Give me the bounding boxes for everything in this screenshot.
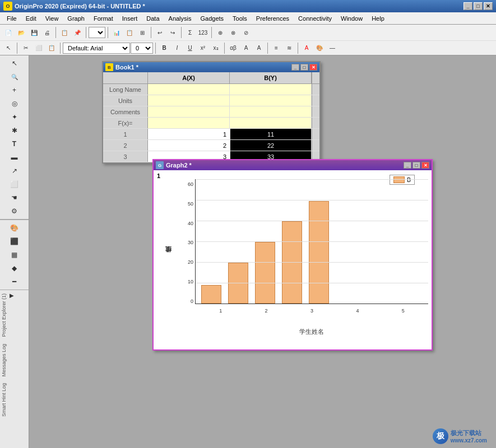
graph-close[interactable]: ✕	[421, 162, 429, 169]
bar-1[interactable]	[201, 285, 221, 304]
cell-a-fx[interactable]	[148, 118, 230, 128]
fill-btn2[interactable]: ⬛	[8, 235, 21, 248]
settings-tool[interactable]: ⚙	[8, 205, 21, 217]
open-btn[interactable]: 📂	[15, 26, 27, 39]
fill-btn[interactable]: 🎨	[313, 42, 326, 54]
expand-arrow[interactable]: ▶	[10, 292, 14, 298]
book-window[interactable]: B Book1 * _ □ ✕ A(X) B(Y) Long Na	[102, 61, 321, 164]
pan-tool[interactable]: +	[8, 84, 21, 96]
cell-b-fx[interactable]	[230, 118, 312, 128]
sb6[interactable]	[312, 140, 319, 151]
extra-btn3[interactable]: ⊘	[240, 26, 252, 39]
sb2[interactable]	[312, 95, 319, 106]
table-btn[interactable]: 📋	[123, 26, 136, 39]
graph-window[interactable]: G Graph2 * _ □ ✕ 1 B	[152, 159, 433, 351]
bar-3[interactable]	[255, 242, 275, 304]
line-btn2[interactable]: ━	[8, 276, 21, 288]
menu-analysis[interactable]: Analysis	[164, 12, 196, 24]
col-header-a[interactable]: A(X)	[148, 72, 230, 83]
menu-help[interactable]: Help	[367, 12, 389, 24]
maximize-btn[interactable]: □	[474, 2, 483, 10]
zoom-dropdown[interactable]: 100%	[89, 27, 105, 38]
cell-a-1[interactable]: 1	[148, 129, 230, 139]
extra-btn2[interactable]: ⊗	[227, 26, 239, 39]
messages-log-label[interactable]: Messages Log	[0, 343, 8, 378]
save-btn[interactable]: 💾	[28, 26, 40, 39]
cut-btn[interactable]: ✂	[20, 42, 32, 54]
book-maximize[interactable]: □	[300, 64, 308, 71]
alpha-btn[interactable]: αβ	[227, 42, 239, 54]
redo-btn[interactable]: ↪	[166, 26, 179, 39]
close-btn[interactable]: ✕	[484, 2, 493, 10]
graph-maximize[interactable]: □	[412, 162, 420, 169]
fontsize-dropdown[interactable]: 0	[131, 43, 153, 54]
menu-graph[interactable]: Graph	[63, 12, 89, 24]
sb5[interactable]	[312, 129, 319, 139]
menu-data[interactable]: Data	[142, 12, 164, 24]
hand-tool[interactable]: ☚	[8, 192, 21, 204]
range-tool[interactable]: ✦	[8, 111, 21, 123]
smart-hint-label[interactable]: Smart Hint Log	[0, 382, 8, 418]
cell-b-2[interactable]: 22	[230, 140, 312, 151]
font-dropdown[interactable]: Default: Arial	[63, 43, 130, 54]
sb1[interactable]	[312, 84, 319, 95]
project-explorer-label[interactable]: Project Explorer (1)	[0, 292, 8, 338]
matrix-btn[interactable]: ⊞	[136, 26, 149, 39]
arrow-tool[interactable]: ↖	[8, 57, 21, 69]
lines-btn[interactable]: ≋	[283, 42, 295, 54]
menu-preferences[interactable]: Preferences	[252, 12, 294, 24]
cell-a-units[interactable]	[148, 95, 230, 106]
graph-btn[interactable]: 📊	[110, 26, 123, 39]
bold-btn[interactable]: B	[158, 42, 170, 54]
underline-btn[interactable]: U	[184, 42, 196, 54]
menu-gadgets[interactable]: Gadgets	[196, 12, 229, 24]
minimize-btn[interactable]: _	[463, 2, 472, 10]
menu-tools[interactable]: Tools	[228, 12, 252, 24]
italic-btn[interactable]: I	[171, 42, 183, 54]
extra-btn1[interactable]: ⊕	[214, 26, 226, 39]
sb3[interactable]	[312, 106, 319, 117]
menu-window[interactable]: Window	[336, 12, 367, 24]
symbol-btn[interactable]: ◆	[8, 262, 21, 274]
palette-btn[interactable]: 🎨	[8, 222, 21, 234]
sum-btn[interactable]: Σ	[184, 26, 196, 39]
undo-btn[interactable]: ↩	[154, 26, 166, 39]
col-header-b[interactable]: B(Y)	[230, 72, 312, 83]
menu-view[interactable]: View	[41, 12, 63, 24]
menu-format[interactable]: Format	[89, 12, 118, 24]
color-btn[interactable]: A	[300, 42, 313, 54]
rotate-tool[interactable]: ◎	[8, 97, 21, 110]
menu-file[interactable]: File	[2, 12, 21, 24]
subscript-btn[interactable]: x₂	[210, 42, 222, 54]
text-tool[interactable]: T	[8, 138, 21, 150]
arrow2-tool[interactable]: ↗	[8, 165, 21, 177]
mask-tool[interactable]: ✱	[8, 124, 21, 137]
copy2-btn[interactable]: ⬜	[33, 42, 45, 54]
paste-btn[interactable]: 📌	[71, 26, 84, 39]
new-btn[interactable]: 📄	[2, 26, 15, 39]
align-btn[interactable]: ≡	[270, 42, 282, 54]
line-color-btn[interactable]: —	[326, 42, 339, 54]
font3-btn[interactable]: A	[253, 42, 265, 54]
menu-connectivity[interactable]: Connectivity	[294, 12, 336, 24]
cell-a-comments[interactable]	[148, 106, 230, 117]
cell-b-1[interactable]: 11	[230, 129, 312, 139]
bar-5[interactable]	[309, 201, 329, 304]
pattern-btn[interactable]: ▦	[8, 249, 21, 261]
menu-edit[interactable]: Edit	[21, 12, 41, 24]
copy-btn[interactable]: 📋	[58, 26, 71, 39]
line-tool[interactable]: ▬	[8, 151, 21, 164]
font2-btn[interactable]: A	[240, 42, 252, 54]
book-close[interactable]: ✕	[309, 64, 317, 71]
cell-a-longname[interactable]	[148, 84, 230, 95]
cell-a-2[interactable]: 2	[148, 140, 230, 151]
cell-b-comments[interactable]	[230, 106, 312, 117]
rect-tool[interactable]: ⬜	[8, 178, 21, 190]
paste2-btn[interactable]: 📋	[45, 42, 58, 54]
print-btn[interactable]: 🖨	[41, 26, 53, 39]
zoom-tool[interactable]: 🔍	[8, 71, 21, 83]
sb4[interactable]	[312, 118, 319, 128]
cell-b-longname[interactable]	[230, 84, 312, 95]
select-btn[interactable]: ↖	[2, 42, 15, 54]
scrollbar-top[interactable]	[312, 72, 319, 83]
